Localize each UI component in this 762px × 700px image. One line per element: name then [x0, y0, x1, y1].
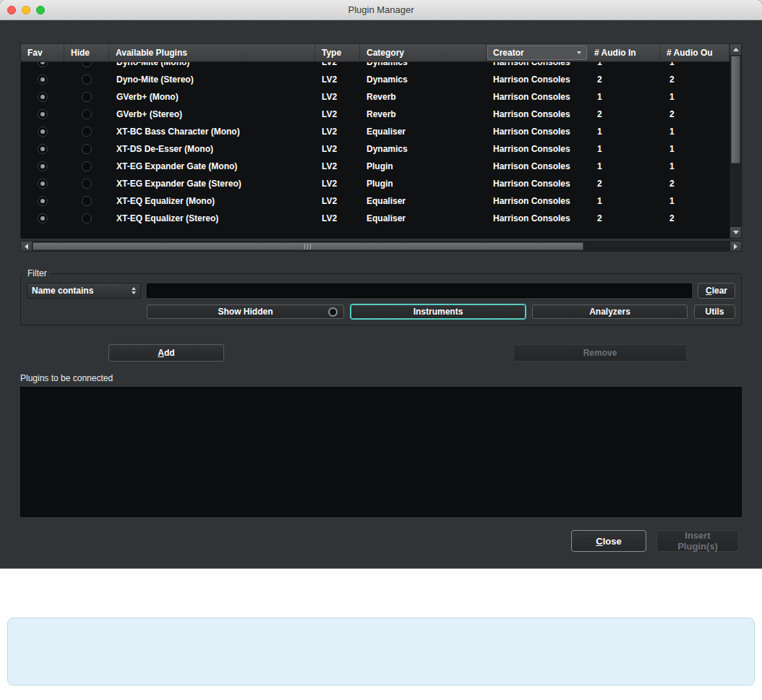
- scroll-up-button[interactable]: [730, 44, 741, 56]
- fav-cell: [21, 74, 64, 85]
- instruments-toggle[interactable]: Instruments: [351, 304, 526, 319]
- table-row[interactable]: GVerb+ (Stereo) LV2 Reverb Harrison Cons…: [21, 106, 729, 123]
- analyzers-toggle[interactable]: Analyzers: [532, 304, 688, 319]
- fav-radio[interactable]: [38, 213, 48, 223]
- column-header-audio-in[interactable]: # Audio In: [588, 44, 660, 61]
- plugin-type-cell: LV2: [315, 161, 360, 171]
- plugin-type-cell: LV2: [315, 127, 360, 137]
- audio-in-cell: 1: [588, 161, 660, 171]
- plugin-category-cell: Reverb: [360, 92, 487, 102]
- clear-button[interactable]: Clear: [698, 283, 735, 299]
- fav-radio[interactable]: [38, 127, 48, 137]
- plugin-creator-cell: Harrison Consoles: [487, 161, 588, 171]
- arrow-right-icon: [734, 244, 737, 249]
- hide-radio[interactable]: [82, 196, 92, 206]
- close-button[interactable]: Close: [571, 530, 646, 552]
- utils-toggle[interactable]: Utils: [694, 304, 735, 319]
- audio-out-cell: 1: [660, 127, 729, 137]
- grip-icon: [304, 244, 312, 249]
- table-row[interactable]: XT-DS De-Esser (Mono) LV2 Dynamics Harri…: [21, 140, 729, 158]
- hide-radio[interactable]: [82, 161, 92, 171]
- plugin-name-cell: XT-EG Expander Gate (Mono): [109, 161, 315, 171]
- plugin-type-cell: LV2: [315, 144, 360, 154]
- plugin-category-cell: Equaliser: [360, 213, 487, 223]
- plugin-category-cell: Equaliser: [360, 127, 487, 137]
- plugin-creator-cell: Harrison Consoles: [487, 109, 588, 119]
- info-panel: [7, 618, 755, 686]
- vertical-scroll-track[interactable]: [730, 56, 741, 226]
- audio-out-cell: 1: [660, 161, 729, 171]
- plugins-to-be-connected-list[interactable]: [20, 387, 742, 517]
- vertical-scroll-thumb[interactable]: [731, 56, 740, 163]
- fav-radio[interactable]: [38, 109, 48, 119]
- fav-radio[interactable]: [38, 196, 48, 206]
- hide-cell: [64, 144, 109, 154]
- table-row[interactable]: Dyno-Mite (Stereo) LV2 Dynamics Harrison…: [21, 71, 729, 88]
- fav-radio[interactable]: [38, 144, 48, 154]
- column-header-fav[interactable]: Fav: [21, 44, 64, 61]
- column-header-type[interactable]: Type: [315, 44, 360, 61]
- plugin-category-cell: Plugin: [360, 179, 487, 189]
- arrow-up-icon: [733, 48, 739, 51]
- horizontal-scrollbar[interactable]: [20, 241, 742, 252]
- hide-radio[interactable]: [82, 144, 92, 154]
- filter-mode-value: Name contains: [32, 286, 93, 296]
- plugin-creator-cell: Harrison Consoles: [487, 92, 588, 102]
- hide-radio[interactable]: [82, 127, 92, 137]
- plugin-manager-window: Plugin Manager Fav Hide Available Plugin…: [0, 0, 762, 568]
- hide-radio[interactable]: [82, 62, 92, 67]
- remove-button[interactable]: Remove: [513, 344, 687, 362]
- window-content: Fav Hide Available Plugins Type Category…: [0, 20, 762, 568]
- table-row[interactable]: XT-EG Expander Gate (Mono) LV2 Plugin Ha…: [21, 158, 729, 175]
- column-header-category[interactable]: Category: [360, 44, 487, 61]
- hide-radio[interactable]: [82, 213, 92, 223]
- table-row[interactable]: Dyno-Mite (Mono) LV2 Dynamics Harrison C…: [21, 62, 729, 71]
- hide-radio[interactable]: [82, 179, 92, 189]
- insert-plugins-button[interactable]: Insert Plugin(s): [656, 530, 739, 552]
- table-row[interactable]: XT-EG Expander Gate (Stereo) LV2 Plugin …: [21, 175, 729, 192]
- plugin-name-cell: XT-DS De-Esser (Mono): [109, 144, 315, 154]
- scroll-down-button[interactable]: [730, 226, 741, 238]
- fav-radio[interactable]: [38, 74, 48, 85]
- fav-cell: [21, 127, 64, 137]
- horizontal-scroll-track[interactable]: [33, 242, 729, 251]
- audio-out-cell: 1: [660, 144, 729, 154]
- table-row[interactable]: GVerb+ (Mono) LV2 Reverb Harrison Consol…: [21, 88, 729, 106]
- scroll-right-button[interactable]: [729, 242, 741, 251]
- plugin-type-cell: LV2: [315, 213, 360, 223]
- plugin-name-cell: XT-EG Expander Gate (Stereo): [109, 179, 315, 189]
- hide-cell: [64, 92, 109, 102]
- table-row[interactable]: XT-EQ Equalizer (Stereo) LV2 Equaliser H…: [21, 210, 729, 227]
- fav-radio[interactable]: [38, 92, 48, 102]
- zoom-window-button[interactable]: [36, 6, 45, 14]
- audio-out-cell: 1: [660, 62, 729, 67]
- close-window-button[interactable]: [7, 6, 16, 14]
- fav-radio[interactable]: [38, 179, 48, 189]
- plugin-category-cell: Reverb: [360, 109, 487, 119]
- column-header-hide[interactable]: Hide: [64, 44, 109, 61]
- column-header-creator[interactable]: Creator: [487, 46, 587, 60]
- show-hidden-toggle[interactable]: Show Hidden: [147, 304, 344, 319]
- hide-radio[interactable]: [82, 92, 92, 102]
- table-row[interactable]: XT-BC Bass Character (Mono) LV2 Equalise…: [21, 123, 729, 140]
- hide-cell: [64, 161, 109, 171]
- horizontal-scroll-thumb[interactable]: [33, 242, 583, 250]
- audio-out-cell: 2: [660, 74, 729, 85]
- column-header-available-plugins[interactable]: Available Plugins: [109, 44, 315, 61]
- hide-radio[interactable]: [82, 74, 92, 85]
- plugin-creator-cell: Harrison Consoles: [487, 62, 588, 67]
- add-button[interactable]: Add: [108, 344, 224, 362]
- hide-radio[interactable]: [82, 109, 92, 119]
- table-body: Dyno-Mite (Mono) LV2 Dynamics Harrison C…: [20, 62, 730, 239]
- filter-mode-select[interactable]: Name contains: [27, 283, 141, 299]
- vertical-scrollbar[interactable]: [730, 43, 742, 239]
- filter-text-input[interactable]: [147, 283, 692, 298]
- hide-cell: [64, 62, 109, 67]
- minimize-window-button[interactable]: [22, 6, 30, 14]
- column-header-audio-out[interactable]: # Audio Ou: [660, 44, 729, 61]
- scroll-left-button[interactable]: [21, 242, 33, 251]
- fav-radio[interactable]: [38, 161, 48, 171]
- fav-radio[interactable]: [38, 62, 48, 67]
- table-row[interactable]: XT-EQ Equalizer (Mono) LV2 Equaliser Har…: [21, 192, 729, 210]
- plugin-category-cell: Equaliser: [360, 196, 487, 206]
